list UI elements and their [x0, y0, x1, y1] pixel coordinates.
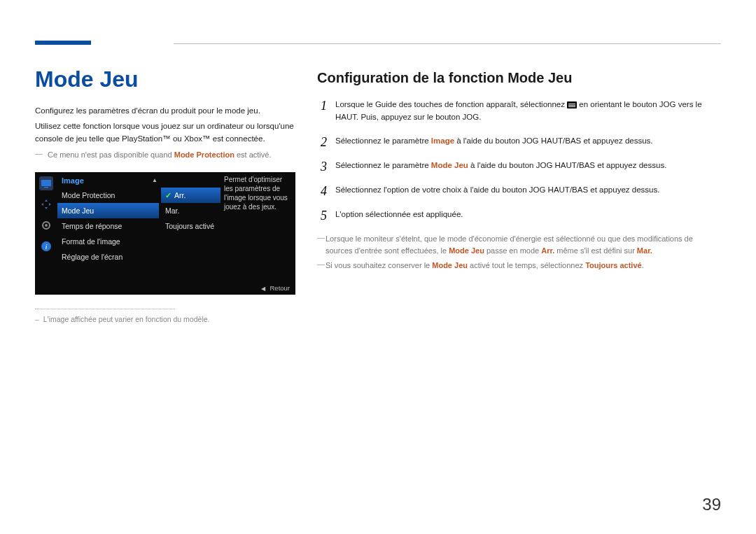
step-post: à l'aide du bouton JOG HAUT/BAS et appuy… [454, 136, 652, 145]
note-hl: Arr. [541, 246, 554, 255]
header-accent-bar [35, 41, 91, 45]
osd-item-format-image: Format de l'image [57, 234, 159, 249]
left-column: Mode Jeu Configurez les paramètres d'écr… [35, 66, 298, 323]
step-pre: Sélectionnez le paramètre [335, 161, 431, 169]
step-3: 3 Sélectionnez le paramètre Mode Jeu à l… [317, 160, 721, 173]
info-icon: i [39, 239, 53, 253]
note-highlight: Mode Protection [174, 150, 234, 159]
step-text: Sélectionnez le paramètre Mode Jeu à l'a… [335, 160, 721, 172]
step-text: Sélectionnez l'option de votre choix à l… [335, 184, 721, 197]
osd-header-label: Image [62, 176, 84, 185]
osd-item-mode-jeu: Mode Jeu [57, 203, 159, 218]
footnote-divider [35, 309, 175, 309]
image-footnote: L'image affichée peut varier en fonction… [35, 315, 298, 323]
osd-return-label: Retour [270, 284, 290, 292]
svg-rect-0 [41, 180, 51, 186]
page-content: Mode Jeu Configurez les paramètres d'écr… [35, 66, 721, 323]
note-power-off: Lorsque le moniteur s'éteint, que le mod… [317, 233, 721, 257]
osd-option-toujours: Toujours activé [161, 218, 220, 234]
osd-screenshot: i Image ▲ Mode Protection Mode Jeu Temps… [35, 172, 295, 295]
note-mid2: même s'il est défini sur [554, 246, 637, 255]
step-text: Sélectionnez le paramètre Image à l'aide… [335, 135, 721, 148]
note-post: est activé. [234, 150, 272, 159]
step-number: 5 [317, 209, 327, 222]
osd-option-label: Arr. [174, 191, 186, 199]
step-text: Lorsque le Guide des touches de fonction… [335, 99, 721, 124]
section-title: Mode Jeu [35, 66, 298, 92]
note-hl: Mode Jeu [432, 261, 468, 269]
step-post: à l'aide du bouton JOG HAUT/BAS et appuy… [468, 161, 666, 169]
osd-option-mar: Mar. [161, 203, 220, 218]
monitor-icon [39, 176, 53, 190]
note-hl: Mode Jeu [449, 246, 484, 255]
step-4: 4 Sélectionnez l'option de votre choix à… [317, 184, 721, 197]
page-number: 39 [702, 495, 721, 514]
note-mid: passe en mode [484, 246, 541, 255]
note-post: . [642, 261, 644, 269]
arrows-icon [39, 197, 53, 211]
osd-options-column: ✓Arr. Mar. Toujours activé [161, 188, 220, 234]
step-pre: Lorsque le Guide des touches de fonction… [335, 100, 567, 108]
step-highlight: Image [431, 136, 454, 145]
header-rule [174, 43, 721, 44]
svg-text:i: i [45, 242, 47, 251]
osd-footer: ◀Retour [261, 284, 290, 292]
svg-point-3 [45, 224, 48, 227]
gear-icon [39, 218, 53, 232]
step-pre: Sélectionnez le paramètre [335, 136, 431, 145]
step-number: 3 [317, 160, 327, 173]
note-hl: Toujours activé [585, 261, 641, 269]
intro-paragraph-1: Configurez les paramètres d'écran du pro… [35, 105, 298, 118]
step-5: 5 L'option sélectionnée est appliquée. [317, 209, 721, 222]
steps-list: 1 Lorsque le Guide des touches de foncti… [317, 99, 721, 222]
intro-paragraph-2: Utilisez cette fonction lorsque vous jou… [35, 120, 298, 146]
osd-item-reglage-ecran: Réglage de l'écran [57, 249, 159, 265]
step-highlight: Mode Jeu [431, 161, 468, 169]
osd-menu-header: Image ▲ [57, 174, 159, 188]
right-column: Configuration de la fonction Mode Jeu 1 … [317, 66, 721, 323]
osd-sidebar: i [38, 175, 55, 255]
note-pre: Si vous souhaitez conserver le [326, 261, 432, 269]
osd-description: Permet d'optimiser les paramètres de l'i… [224, 175, 291, 211]
note-hl: Mar. [637, 246, 652, 255]
chevron-left-icon: ◀ [261, 286, 265, 292]
note-mid: activé tout le temps, sélectionnez [468, 261, 585, 269]
note-always-on: Si vous souhaitez conserver le Mode Jeu … [317, 260, 721, 272]
osd-item-mode-protection: Mode Protection [57, 188, 159, 203]
config-title: Configuration de la fonction Mode Jeu [317, 70, 721, 86]
svg-rect-1 [44, 187, 48, 188]
menu-icon [567, 101, 577, 108]
step-number: 2 [317, 135, 327, 148]
osd-option-arr: ✓Arr. [161, 188, 220, 203]
note-pre: Ce menu n'est pas disponible quand [48, 150, 174, 159]
osd-item-temps-reponse: Temps de réponse [57, 218, 159, 234]
step-number: 4 [317, 184, 327, 197]
step-number: 1 [317, 99, 327, 112]
note-mode-protection: Ce menu n'est pas disponible quand Mode … [35, 149, 298, 161]
step-2: 2 Sélectionnez le paramètre Image à l'ai… [317, 135, 721, 148]
step-1: 1 Lorsque le Guide des touches de foncti… [317, 99, 721, 124]
step-text: L'option sélectionnée est appliquée. [335, 209, 721, 221]
check-icon: ✓ [165, 191, 172, 199]
osd-menu-column: Image ▲ Mode Protection Mode Jeu Temps d… [57, 174, 159, 265]
chevron-up-icon: ▲ [152, 177, 158, 183]
